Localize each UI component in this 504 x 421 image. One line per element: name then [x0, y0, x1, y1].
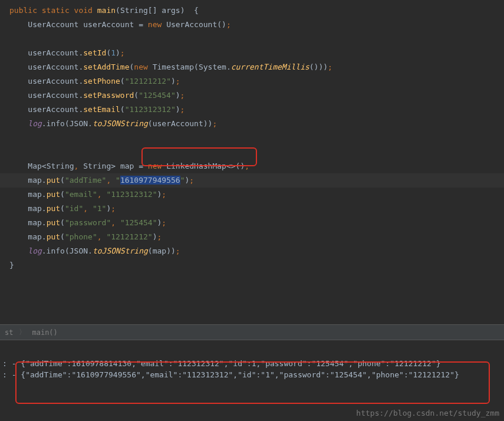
- code-line: map.put("phone", "12121212");: [0, 230, 504, 244]
- code-line: UserAccount userAccount = new UserAccoun…: [0, 18, 504, 32]
- console-output[interactable]: : - {"addTime":1610978814130,"email":"11…: [0, 340, 504, 386]
- code-editor[interactable]: public static void main(String[] args) {…: [0, 0, 504, 324]
- code-line: Map<String, String> map = new LinkedHash…: [0, 159, 504, 173]
- watermark: https://blog.csdn.net/study_zmm: [356, 409, 499, 417]
- code-line: userAccount.setPassword("125454");: [0, 88, 504, 103]
- code-line: userAccount.setId(1);: [0, 46, 504, 60]
- breadcrumb[interactable]: st 〉 main(): [0, 324, 504, 340]
- code-line: [0, 145, 504, 159]
- selected-text: 1610977949556: [120, 176, 180, 185]
- code-line: public static void main(String[] args) {: [0, 4, 504, 18]
- code-line: userAccount.setPhone("12121212");: [0, 74, 504, 88]
- breadcrumb-item[interactable]: main(): [32, 328, 57, 337]
- code-line: log.info(JSON.toJSONString(map));: [0, 244, 504, 258]
- code-line: userAccount.setAddTime(new Timestamp(Sys…: [0, 60, 504, 74]
- console-line: : - {"addTime":1610978814130,"email":"11…: [0, 358, 504, 369]
- code-line: log.info(JSON.toJSONString(userAccount))…: [0, 117, 504, 131]
- code-line: [0, 32, 504, 46]
- code-line: map.put("id", "1");: [0, 202, 504, 216]
- code-line-highlighted: map.put("addTime", "1610977949556");: [0, 173, 504, 188]
- breadcrumb-item[interactable]: st: [5, 328, 13, 337]
- code-line: [0, 131, 504, 145]
- code-line: }: [0, 258, 504, 272]
- code-line: map.put("email", "112312312");: [0, 188, 504, 202]
- code-line: map.put("password", "125454");: [0, 216, 504, 230]
- code-line: userAccount.setEmail("112312312");: [0, 103, 504, 117]
- chevron-right-icon: 〉: [19, 327, 26, 337]
- console-line: : - {"addTime":"1610977949556","email":"…: [0, 369, 504, 380]
